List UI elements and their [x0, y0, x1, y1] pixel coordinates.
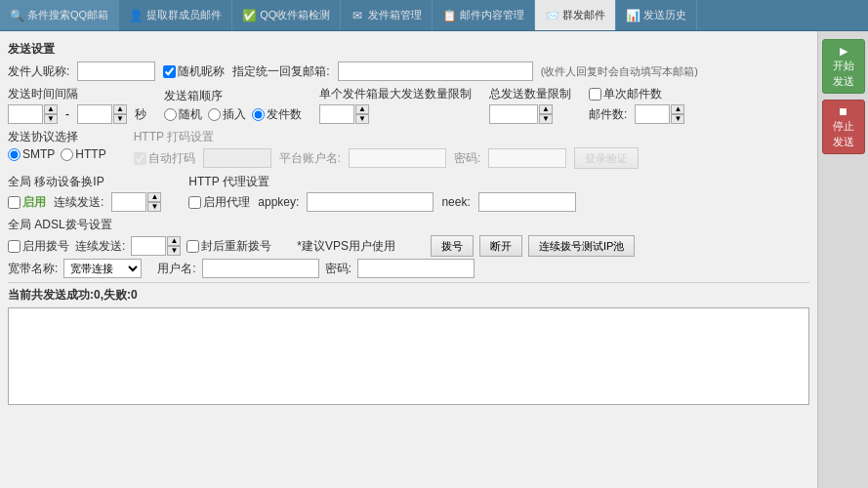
interval-order-row: 发送时间间隔 2 ▲ ▼ - 5 ▲ ▼: [8, 86, 809, 124]
username-input[interactable]: [202, 259, 319, 278]
max-send-down[interactable]: ▼: [355, 114, 369, 124]
max-send-input[interactable]: 5: [319, 104, 354, 124]
random-nickname-check[interactable]: [163, 65, 176, 78]
interval-unit: 秒: [135, 106, 146, 123]
interval2-down[interactable]: ▼: [113, 114, 127, 124]
max-send-label: 单个发件箱最大发送数量限制: [319, 86, 472, 102]
max-send-up[interactable]: ▲: [355, 104, 369, 114]
tab-history[interactable]: 📊 发送历史: [616, 0, 697, 30]
mobile-send-spinner: 10 ▲ ▼: [111, 192, 161, 212]
http-radio-label[interactable]: HTTP: [61, 147, 105, 161]
mobile-enable-label[interactable]: 启用: [8, 194, 46, 211]
total-send-label: 总发送数量限制: [489, 86, 571, 102]
auto-code-check[interactable]: [134, 152, 146, 165]
start-icon: ▶: [840, 45, 847, 58]
enable-dial-label[interactable]: 启用拨号: [8, 238, 69, 255]
single-email-up[interactable]: ▲: [671, 104, 684, 114]
appkey-label: appkey:: [258, 195, 299, 209]
tab-outbox[interactable]: ✉ 发件箱管理: [341, 0, 433, 30]
dial-continuous-input[interactable]: 10: [131, 236, 166, 256]
interval1-spinner: 2 ▲ ▼: [8, 104, 58, 124]
mobile-enable-check[interactable]: [8, 196, 21, 209]
enable-dial-check[interactable]: [8, 240, 21, 253]
stop-label2: 发送: [833, 136, 854, 148]
main-content: 发送设置 发件人昵称: 随机昵称 指定统一回复邮箱: (收件人回复时会自动填写本…: [0, 31, 868, 488]
protocol-label: 发送协议选择: [8, 129, 106, 145]
single-email-down[interactable]: ▼: [671, 114, 684, 124]
mobile-send-down[interactable]: ▼: [147, 202, 161, 212]
dial-btn[interactable]: 拨号: [431, 235, 474, 257]
adsl-title: 全局 ADSL拨号设置: [8, 217, 809, 233]
check-icon: ✅: [242, 9, 256, 22]
neek-label: neek:: [441, 195, 470, 209]
tab-extract-members[interactable]: 👤 提取群成员邮件: [119, 0, 232, 30]
reply-email-label: 指定统一回复邮箱:: [232, 63, 329, 80]
interval1-down[interactable]: ▼: [44, 114, 58, 124]
total-send-up[interactable]: ▲: [539, 104, 553, 114]
envelope-icon: ✉: [351, 9, 364, 22]
mobile-send-input[interactable]: 10: [111, 192, 146, 212]
enable-proxy-check[interactable]: [188, 196, 201, 209]
interval2-input[interactable]: 5: [77, 104, 112, 124]
radio-random[interactable]: [164, 108, 177, 121]
single-email-check[interactable]: [589, 88, 601, 101]
dial-continuous-spinner: 10 ▲ ▼: [131, 236, 181, 256]
http-password-input[interactable]: [488, 148, 566, 168]
tab-content-manage[interactable]: 📋 邮件内容管理: [433, 0, 535, 30]
radio-sendnum[interactable]: [252, 108, 265, 121]
tab-inbox-check[interactable]: ✅ QQ收件箱检测: [232, 0, 341, 30]
dial-reconnect-check[interactable]: [186, 240, 199, 253]
platform-input[interactable]: [349, 148, 446, 168]
smtp-radio-label[interactable]: SMTP: [8, 147, 55, 161]
interval2-up[interactable]: ▲: [113, 104, 127, 114]
dial-reconnect-label[interactable]: 封后重新拨号: [186, 238, 271, 255]
neek-input[interactable]: [478, 192, 576, 212]
total-send-input[interactable]: 100: [489, 104, 538, 124]
test-ip-btn[interactable]: 连续拨号测试IP池: [528, 235, 635, 257]
person-icon: 👤: [129, 9, 143, 22]
broadband-select[interactable]: 宽带连接: [63, 259, 142, 278]
random-nickname-checkbox[interactable]: 随机昵称: [163, 63, 225, 80]
log-area[interactable]: [8, 307, 809, 405]
radio-insert[interactable]: [208, 108, 221, 121]
appkey-input[interactable]: [307, 192, 434, 212]
adsl-row1: 启用拨号 连续发送: 10 ▲ ▼ 封后重新拨号 *建议VPS用户使用 拨号 断…: [8, 235, 809, 257]
http-radio[interactable]: [61, 148, 73, 161]
dial-password-label: 密码:: [325, 261, 351, 277]
radio-insert-label[interactable]: 插入: [208, 106, 246, 123]
disconnect-btn[interactable]: 断开: [479, 235, 522, 257]
history-icon: 📊: [626, 9, 640, 22]
interval1-input[interactable]: 2: [8, 104, 43, 124]
http-settings-title: HTTP 打码设置: [134, 129, 640, 145]
http-proxy-title: HTTP 代理设置: [188, 174, 575, 190]
dial-continuous-up[interactable]: ▲: [167, 236, 181, 246]
stop-send-btn[interactable]: ⏹ 停止 发送: [822, 100, 865, 154]
reply-hint: (收件人回复时会自动填写本邮箱): [541, 64, 698, 79]
interval1-up[interactable]: ▲: [44, 104, 58, 114]
single-email-checkbox[interactable]: 单次邮件数: [589, 86, 684, 102]
dial-continuous-down[interactable]: ▼: [167, 246, 181, 256]
radio-sendnum-label[interactable]: 发件数: [252, 106, 302, 123]
enable-proxy-label[interactable]: 启用代理: [188, 194, 250, 211]
sender-name-input[interactable]: [77, 61, 155, 81]
single-email-input[interactable]: 5: [635, 104, 670, 124]
smtp-radio[interactable]: [8, 148, 21, 161]
tab-search-qq[interactable]: 🔍 条件搜索QQ邮箱: [0, 0, 119, 30]
total-send-spinner: 100 ▲ ▼: [489, 104, 571, 124]
vps-hint: *建议VPS用户使用: [297, 238, 395, 255]
start-send-btn[interactable]: ▶ 开始 发送: [822, 39, 865, 94]
platform-select[interactable]: [203, 148, 271, 168]
send-order-radios: 随机 插入 发件数: [164, 106, 302, 123]
reply-email-input[interactable]: [338, 61, 533, 81]
total-send-down[interactable]: ▼: [539, 114, 553, 124]
stop-icon: ⏹: [838, 105, 848, 118]
login-btn[interactable]: 登录验证: [574, 147, 639, 169]
http-password-label: 密码:: [454, 150, 480, 167]
left-panel: 发送设置 发件人昵称: 随机昵称 指定统一回复邮箱: (收件人回复时会自动填写本…: [0, 31, 817, 488]
mobile-send-up[interactable]: ▲: [147, 192, 161, 202]
single-email-spinner: 5 ▲ ▼: [635, 104, 684, 124]
tab-bulk-send[interactable]: 📨 群发邮件: [535, 0, 616, 30]
protocol-row: 发送协议选择 SMTP HTTP HTTP 打码设置: [8, 129, 809, 169]
radio-random-label[interactable]: 随机: [164, 106, 202, 123]
dial-password-input[interactable]: [357, 259, 475, 278]
